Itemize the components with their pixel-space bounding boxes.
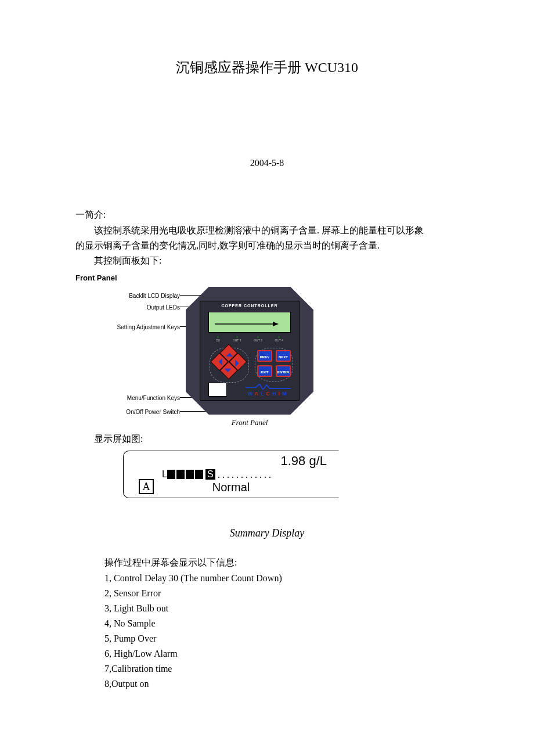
list-item: 8,Output on [104, 677, 459, 691]
led-out2: OUT 2 [233, 336, 241, 342]
intro-text-1: 该控制系统采用光电吸收原理检测溶液中的铜离子含量. 屏幕上的能量柱可以形象 [75, 224, 459, 237]
brand-wave-icon [246, 381, 291, 387]
led-out4: OUT 4 [275, 336, 283, 342]
list-item: 6, High/Low Alarm [104, 647, 459, 661]
display-bargraph: L S [162, 469, 272, 479]
messages-intro: 操作过程中屏幕会显示以下信息: [104, 557, 459, 569]
front-panel-caption: Front Panel [186, 418, 313, 427]
display-intro: 显示屏如图: [75, 432, 459, 446]
prev-button[interactable]: PREV [257, 350, 272, 362]
output-leds: CU OUT 2 OUT 3 OUT 4 [210, 335, 290, 343]
display-status: Normal [124, 481, 338, 494]
bar-set-marker: S [205, 469, 215, 480]
front-panel-heading: Front Panel [75, 273, 459, 282]
page-title: 沉铜感应器操作手册 WCU310 [75, 58, 459, 77]
display-value: 1.98 g/L [280, 453, 327, 469]
label-arrows: Setting Adjustment Keys [117, 324, 180, 330]
panel-title: COPPER CONTROLLER [200, 304, 299, 308]
led-cu: CU [216, 336, 220, 342]
list-item: 3, Light Bulb out [104, 602, 459, 615]
list-item: 1, Control Delay 30 (The number Count Do… [104, 571, 459, 585]
label-leds: Output LEDs [147, 304, 180, 311]
label-switch: On/Off Power Switch [126, 409, 180, 415]
front-panel-figure: Backlit LCD Display Output LEDs Setting … [75, 287, 377, 432]
summary-display-caption: Summary Display [75, 527, 459, 539]
next-button[interactable]: NEXT [276, 350, 291, 362]
messages-list: 1, Control Delay 30 (The number Count Do… [104, 571, 459, 691]
list-item: 7,Calibration time [104, 662, 459, 676]
list-item: 2, Sensor Error [104, 586, 459, 600]
document-page: 沉铜感应器操作手册 WCU310 2004-5-8 一简介: 该控制系统采用光电… [0, 0, 534, 727]
intro-heading: 一简介: [75, 209, 459, 221]
intro-text-3: 其控制面板如下: [75, 254, 459, 268]
svg-marker-1 [273, 322, 279, 326]
list-item: 5, Pump Over [104, 632, 459, 646]
label-menu: Menu/Function Keys [127, 395, 180, 401]
menu-keys-cluster: PREV NEXT EXIT ENTER [255, 348, 293, 381]
summary-display-figure: 1.98 g/L L S A Normal [123, 451, 339, 498]
exit-button[interactable]: EXIT [257, 365, 272, 377]
arrow-keys-cluster [206, 347, 251, 383]
controller-panel: COPPER CONTROLLER CU OUT 2 OUT 3 OUT 4 [186, 287, 313, 415]
lcd-arrow-icon [209, 312, 290, 332]
panel-inner: COPPER CONTROLLER CU OUT 2 OUT 3 OUT 4 [200, 301, 300, 401]
list-item: 4, No Sample [104, 617, 459, 631]
led-out3: OUT 3 [254, 336, 262, 342]
enter-button[interactable]: ENTER [276, 365, 291, 377]
power-switch[interactable] [208, 383, 227, 397]
lcd-display [208, 312, 291, 333]
document-date: 2004-5-8 [75, 158, 459, 168]
bar-low-marker: L [162, 469, 167, 480]
intro-text-2: 的显示铜离子含量的变化情况,同时,数字则可准确的显示当时的铜离子含量. [75, 239, 459, 253]
brand-label: WALCHIM [246, 391, 291, 397]
label-lcd: Backlit LCD Display [129, 293, 180, 299]
